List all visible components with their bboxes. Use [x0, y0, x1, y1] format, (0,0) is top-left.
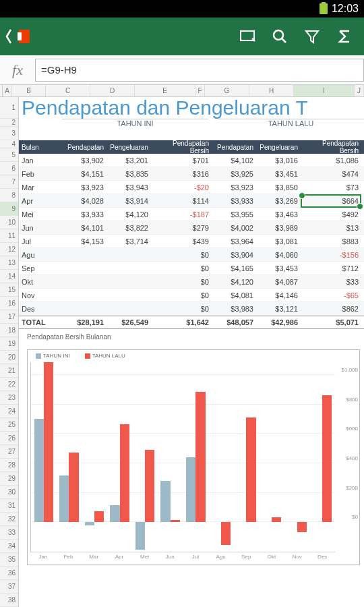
svg-point-3: [274, 30, 283, 40]
autosum-icon[interactable]: [336, 28, 353, 45]
table-row[interactable]: Mei$3,933$4,120-$187$3,955$3,463$492: [19, 208, 364, 221]
row-headers[interactable]: 1234567891011121314151617181920212223242…: [0, 97, 19, 607]
battery-icon: [320, 3, 328, 14]
group-this-year: TAHUN INI: [62, 119, 208, 132]
table-row[interactable]: Jul$4,153$3,714$439$3,964$3,081$883: [19, 235, 364, 248]
table-row[interactable]: Jan$3,902$3,201$701$4,102$3,016$1,086: [19, 154, 364, 167]
present-icon[interactable]: [239, 28, 256, 45]
app-toolbar: [0, 18, 364, 55]
spreadsheet[interactable]: ABCDEFGHIJ 12345678910111213141516171819…: [0, 85, 364, 607]
sheet-title: Pendapatan dan Pengeluaran T: [19, 97, 364, 119]
chart-legend: TAHUN INI TAHUN LALU: [28, 350, 359, 360]
svg-rect-1: [18, 32, 22, 40]
clock: 12:03: [332, 3, 359, 15]
table-row[interactable]: Mar$3,923$3,943-$20$3,923$3,850$73: [19, 181, 364, 194]
chart-title: Pendapatan Bersih Bulanan: [19, 329, 364, 343]
chart: TAHUN INI TAHUN LALU $0$200$400$600$800$…: [27, 349, 360, 565]
table-row[interactable]: Des$0$3,983$3,121$862: [19, 302, 364, 316]
table-header: Bulan Pendapatan Pengeluaran Pendapatan …: [19, 140, 364, 154]
table-row[interactable]: Nov$0$4,081$4,146-$65: [19, 289, 364, 302]
column-headers[interactable]: ABCDEFGHIJ: [0, 85, 364, 97]
back-icon[interactable]: [4, 27, 13, 46]
sheet-surface[interactable]: Pendapatan dan Pengeluaran T TAHUN INI T…: [19, 97, 364, 607]
office-logo-icon[interactable]: [15, 27, 34, 46]
table-row[interactable]: Feb$4,151$3,835$316$3,925$3,451$474: [19, 167, 364, 181]
table-row[interactable]: Jun$4,101$3,822$279$4,002$3,989$13: [19, 221, 364, 235]
table-row[interactable]: Sep$0$4,165$3,453$712: [19, 262, 364, 275]
formula-input[interactable]: [35, 59, 364, 82]
group-header-row: TAHUN INI TAHUN LALU: [19, 119, 364, 132]
table-row[interactable]: Apr$4,028$3,914$114$3,933$3,269$664: [19, 194, 364, 208]
table-total-row: TOTAL $28,191 $26,549 $1,642 $48,057 $42…: [19, 316, 364, 329]
formula-bar: fx: [0, 55, 364, 85]
status-bar: 12:03: [0, 0, 364, 18]
table-body[interactable]: Jan$3,902$3,201$701$4,102$3,016$1,086Feb…: [19, 154, 364, 316]
group-last-year: TAHUN LALU: [218, 119, 364, 132]
fx-label: fx: [0, 61, 35, 79]
search-icon[interactable]: [271, 28, 289, 45]
filter-icon[interactable]: [303, 28, 321, 45]
table-row[interactable]: Okt$0$4,120$4,087$33: [19, 275, 364, 289]
table-row[interactable]: Agu$0$3,904$4,060-$156: [19, 248, 364, 262]
